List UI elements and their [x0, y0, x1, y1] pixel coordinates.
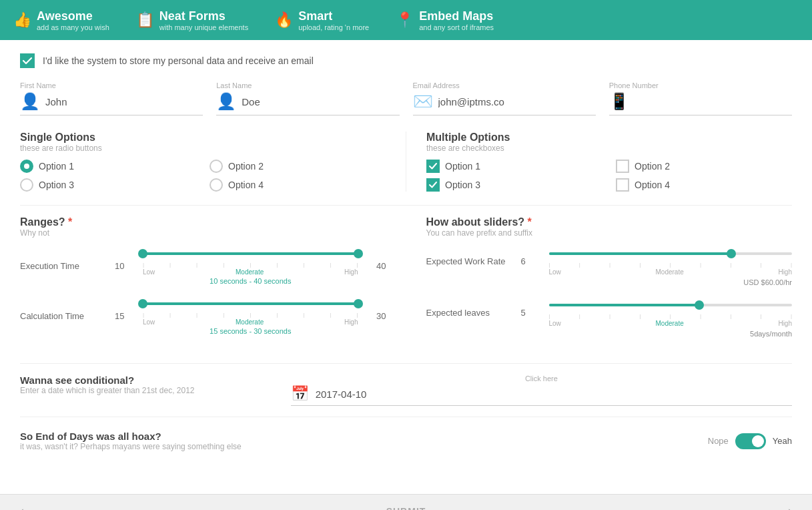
check-box-1 [426, 160, 440, 173]
first-name-input[interactable] [45, 96, 203, 107]
calculation-range-row: Calculation Time 15 Low [20, 297, 386, 335]
prev-button[interactable]: ‹ [20, 504, 24, 510]
radio-option-2[interactable]: Option 2 [210, 160, 386, 173]
check-option-4[interactable]: Option 4 [616, 178, 792, 192]
radio-label-4: Option 4 [228, 180, 264, 190]
phone-label: Phone Number [609, 81, 792, 89]
check-option-1[interactable]: Option 1 [426, 160, 602, 173]
execution-slider[interactable] [143, 247, 358, 260]
execution-sub-label: 10 seconds - 40 seconds [143, 277, 358, 285]
calculation-low-val: 15 [115, 311, 135, 321]
execution-low-val: 10 [115, 261, 135, 271]
execution-range-row: Execution Time 10 [20, 247, 386, 285]
header: 👍 Awesome add as many you wish 📋 Neat Fo… [0, 0, 812, 40]
calculation-slider[interactable] [143, 297, 358, 310]
leaves-slider[interactable] [549, 298, 793, 312]
single-options-title: Single Options [20, 132, 386, 144]
consent-checkbox[interactable] [20, 53, 35, 68]
single-options-sub: these are radio buttons [20, 144, 386, 153]
last-name-label: Last Name [216, 81, 399, 89]
first-name-field: First Name 👤 [20, 81, 203, 115]
check-label-3: Option 3 [445, 180, 480, 190]
toggle-subtitle: it was, wasn't it? Perhaps mayans were s… [20, 442, 695, 451]
email-input[interactable] [438, 96, 596, 107]
multiple-options: Multiple Options these are checkboxes Op… [406, 132, 792, 192]
date-input[interactable] [316, 389, 792, 400]
toggle-yeah-label: Yeah [773, 436, 792, 446]
ranges-title: Ranges? * [20, 216, 386, 228]
single-options-grid: Option 1 Option 2 Option 3 Option 4 [20, 160, 386, 192]
neat-forms-icon: 📋 [136, 11, 154, 29]
brand-icon: 👍 [13, 11, 31, 29]
toggle-knob [752, 435, 764, 447]
toggle-nope-label: Nope [708, 436, 729, 446]
calculation-thumb-low[interactable] [138, 299, 147, 308]
phone-input[interactable] [635, 96, 792, 107]
wr-tick-high: High [778, 268, 792, 276]
calc-tick-high: High [344, 318, 358, 326]
brand-subtitle: add as many you wish [37, 23, 109, 31]
check-option-2[interactable]: Option 2 [616, 160, 792, 173]
nav-neat-forms-title: Neat Forms [159, 9, 248, 23]
submit-button[interactable]: SUBMIT [386, 506, 426, 511]
leaves-label: Expected leaves [426, 308, 513, 318]
ranges-section: Ranges? * Why not Execution Time 10 [20, 216, 792, 350]
calendar-icon: 📅 [291, 385, 309, 403]
work-rate-label: Expected Work Rate [426, 256, 513, 266]
work-rate-val: 6 [521, 256, 541, 266]
exec-tick-moderate: Moderate [236, 268, 264, 276]
radio-option-3[interactable]: Option 3 [20, 178, 196, 192]
work-rate-thumb[interactable] [727, 249, 736, 258]
consent-label: I'd like the system to store my personal… [43, 55, 314, 66]
embed-maps-icon: 📍 [396, 11, 414, 29]
work-rate-slider[interactable] [549, 247, 793, 260]
last-name-input[interactable] [242, 96, 399, 107]
toggle-controls: Nope Yeah [708, 433, 792, 449]
nav-smart[interactable]: 🔥 Smart upload, rating 'n more [275, 9, 369, 31]
leaves-val: 5 [521, 308, 541, 318]
email-field: Email Address ✉️ [413, 81, 596, 115]
radio-label-3: Option 3 [39, 180, 74, 190]
nav-neat-forms-subtitle: with many unique elements [159, 23, 248, 31]
phone-icon: 📱 [609, 92, 629, 111]
execution-high-val: 40 [366, 261, 386, 271]
person-icon-2: 👤 [216, 92, 236, 111]
last-name-field: Last Name 👤 [216, 81, 399, 115]
toggle-title: So End of Days was all hoax? [20, 431, 695, 442]
divider-2 [20, 363, 792, 364]
multiple-options-grid: Option 1 Option 2 Option 3 Opti [426, 160, 792, 192]
wr-tick-low: Low [549, 268, 561, 276]
radio-circle-2 [210, 160, 223, 173]
date-click-hint: Click here [291, 374, 792, 382]
lv-tick-high: High [778, 320, 792, 327]
check-box-2 [616, 160, 629, 173]
check-label-2: Option 2 [635, 161, 670, 172]
radio-option-1[interactable]: Option 1 [20, 160, 196, 173]
toggle-switch[interactable] [735, 433, 766, 449]
lv-tick-low: Low [549, 320, 561, 327]
date-subtitle: Enter a date which is greater than 21st … [20, 386, 271, 395]
lv-tick-moderate: Moderate [656, 320, 684, 327]
work-rate-row: Expected Work Rate 6 Low M [426, 247, 793, 286]
leaves-sub-label: 5days/month [426, 330, 793, 338]
calculation-label: Calculation Time [20, 311, 107, 321]
radio-option-4[interactable]: Option 4 [210, 178, 386, 192]
calculation-thumb-high[interactable] [354, 299, 363, 308]
date-input-block: Click here 📅 [291, 374, 792, 406]
personal-fields: First Name 👤 Last Name 👤 Email Address ✉… [20, 81, 792, 115]
exec-tick-low: Low [143, 268, 155, 276]
execution-thumb-low[interactable] [138, 249, 147, 258]
check-option-3[interactable]: Option 3 [426, 178, 602, 192]
next-button[interactable]: › [788, 504, 792, 510]
phone-field: Phone Number 📱 [609, 81, 792, 115]
nav-embed-maps[interactable]: 📍 Embed Maps and any sort of iframes [396, 9, 494, 31]
leaves-thumb[interactable] [695, 300, 704, 310]
sliders-sub: You can have prefix and suffix [426, 228, 793, 238]
execution-thumb-high[interactable] [354, 249, 363, 258]
nav-neat-forms[interactable]: 📋 Neat Forms with many unique elements [136, 9, 248, 31]
multiple-options-sub: these are checkboxes [426, 144, 792, 153]
footer: ‹ SUBMIT › [0, 494, 812, 510]
options-row: Single Options these are radio buttons O… [20, 132, 792, 192]
toggle-section: So End of Days was all hoax? it was, was… [20, 431, 792, 451]
check-label-1: Option 1 [445, 161, 480, 172]
